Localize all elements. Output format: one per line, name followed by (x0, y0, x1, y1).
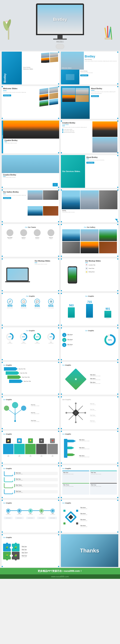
slide-23: Our Graphic 📁 TitleHere 📊 TitleHere (2, 431, 59, 464)
svg-point-36 (66, 412, 67, 414)
hero-subtitle: 单机我们 (56, 40, 64, 43)
diamond-graphic (63, 509, 78, 525)
slide-6: Creative Bretley Great Slides Lorem ipsu… (61, 120, 118, 153)
slide-14: Our Mockup Slides 📍 Location Title ⏱ Tra… (61, 258, 118, 291)
slide-20: Our Graphic ★ Title Here Lorem ipsum dol… (61, 362, 118, 395)
slide-8: Our Services Slides. About Bretley Lorem… (61, 155, 118, 188)
svg-marker-43 (72, 454, 75, 456)
slide2-about2: About Bretley (80, 70, 118, 72)
slide-row-7: Our Mockup Slides Lorem ipsum dolor sit … (0, 258, 120, 292)
svg-point-20 (12, 402, 18, 408)
donut-90: 90% (34, 333, 41, 340)
slide15-title: Graphic (29, 295, 35, 297)
slide-24: Our Graphic (61, 431, 118, 464)
stat-999-2: 999 (18, 304, 29, 307)
svg-rect-48 (76, 510, 78, 512)
svg-marker-39 (73, 440, 76, 442)
slide-row-9: Our Graphic 40% 40% Lorem ipsum (0, 326, 120, 361)
slide-13: Our Mockup Slides Lorem ipsum dolor sit … (2, 258, 59, 291)
svg-point-34 (84, 412, 86, 414)
svg-line-17 (8, 410, 15, 414)
footer-line2: www.sucai999.com (51, 576, 69, 578)
svg-text:90%: 90% (36, 336, 39, 338)
slide-row-11: Our Graphic (0, 396, 120, 430)
slide-4: About Bretley Lorem ipsum dolor sit amet… (61, 86, 118, 119)
decoration-left (4, 19, 14, 40)
thanks-title: Thanks (80, 548, 99, 554)
svg-rect-38 (67, 440, 73, 442)
svg-marker-41 (72, 446, 74, 449)
slide-29: Our Graphic 🧩 🧩 (2, 534, 59, 567)
spider-diagram (65, 402, 87, 424)
slide-7: Creative Bretley Lorem ipsum dolor sit a… (2, 155, 59, 188)
slide2-about: About Bretley (85, 59, 118, 60)
slide6-title: Creative Bretley (62, 122, 91, 124)
slide1-title: Bretley (4, 74, 20, 83)
slide14-title: Our Mockup Slides (85, 260, 117, 262)
mouse-decoration: 单机我们 (56, 40, 64, 49)
slide8-about: About Bretley (86, 156, 117, 158)
slide-26: Our Graphic Title One Lorem ipsum dolor … (61, 465, 118, 498)
slide-row-6: Our Our Teams Ryan McK Designer Sarah K … (0, 223, 120, 258)
svg-line-29 (76, 406, 83, 413)
slide1-about: About Bretley (23, 67, 58, 68)
svg-line-30 (76, 413, 83, 420)
svg-rect-50 (76, 522, 78, 524)
slide4-title: About Bretley (91, 88, 117, 90)
footer-line1: 更多精品PPT资源尽在—sucai999.com！ (38, 570, 82, 572)
slide4-btn[interactable]: Read More (91, 95, 99, 97)
f-arrow (63, 438, 77, 458)
slide8-services: Our Services Slides. (62, 170, 84, 172)
footer-green: 更多精品PPT资源尽在—sucai999.com！ (0, 568, 120, 574)
slide-row-15: Our Graphic 🧩 🧩 (0, 534, 120, 568)
slide-1: Bretley About Bretley Welcome Slides (2, 52, 59, 84)
svg-text:50%: 50% (22, 336, 25, 338)
slide3-title: Welcome Slides (3, 88, 26, 90)
slide-12: Our Our Gallery (61, 224, 118, 257)
slide-9: Our Gallery Bretley Lorem ipsum dolor si… (2, 190, 59, 222)
slide9-btn[interactable]: Read More (3, 197, 11, 199)
svg-point-23 (14, 420, 16, 422)
svg-rect-49 (64, 522, 66, 524)
slide-row-1: Bretley About Bretley Welcome Slides (0, 51, 120, 85)
svg-rect-42 (67, 454, 72, 456)
slide9-title: Our Gallery Bretley (3, 191, 26, 193)
donut-40: 40% (6, 333, 14, 340)
slide-28: Our Graphic (61, 500, 118, 532)
slide-11: Our Our Teams Ryan McK Designer Sarah K … (2, 224, 59, 257)
footer-dark: www.sucai999.com (0, 574, 120, 579)
slide-25: Our Graphic ▶ ▶ ▶ ▶ (2, 465, 59, 498)
tree-graphic (3, 402, 27, 424)
slide3-btn[interactable]: Read More (3, 94, 11, 96)
slide-5: Our Slides Creative Bretley Lorem ipsum … (2, 120, 59, 153)
slide12-title: Our Gallery (87, 226, 95, 228)
stat-999-1: 999 (5, 304, 15, 307)
slide11-title: Our Teams (28, 226, 36, 228)
slide5-title: Creative Bretley (4, 140, 58, 141)
slide-3: Welcome Slides Lorem ipsum dolor sit ame… (2, 86, 59, 119)
slide-row-4: Creative Bretley Lorem ipsum dolor sit a… (0, 154, 120, 189)
donut-50: 50% (20, 333, 28, 340)
slide-21: Our Graphic (2, 396, 59, 429)
large-donut: 60% (104, 334, 116, 346)
slide-row-3: Our Slides Creative Bretley Lorem ipsum … (0, 120, 120, 154)
slide13-title: Our Mockup Slides (35, 260, 58, 262)
svg-rect-37 (64, 439, 67, 458)
svg-text:40%: 40% (8, 336, 12, 338)
slide-30: Thanks (61, 534, 118, 567)
slide-row-12: Our Graphic 📁 TitleHere 📊 TitleHere (0, 430, 120, 464)
slide-18: Our Graphic ● Title Here Lorem ipsum (61, 328, 118, 360)
slide8-btn[interactable]: Read More (86, 162, 94, 164)
slide2-btn[interactable]: Read More (80, 74, 88, 76)
slide-19: Our Graphic Step One Title Step Two Titl… (2, 362, 59, 395)
svg-point-22 (21, 406, 26, 411)
slide7-title: Creative Bretley (3, 174, 58, 176)
stat-563: 563 (69, 304, 74, 307)
slide-row-13: Our Graphic ▶ ▶ ▶ ▶ (0, 464, 120, 499)
svg-rect-40 (67, 446, 72, 449)
svg-point-33 (75, 402, 77, 404)
slide1-welcome: Welcome Slides (23, 68, 58, 70)
slide-2: Welcome Slides Bretley About Bretley Lor… (61, 52, 118, 84)
slide-10: HOTEL Lorem ipsum dolor sit amet (61, 190, 118, 222)
slide-15: Our Graphic 🔗 999 Lorem ipsum 📋 999 Lore… (2, 293, 59, 326)
